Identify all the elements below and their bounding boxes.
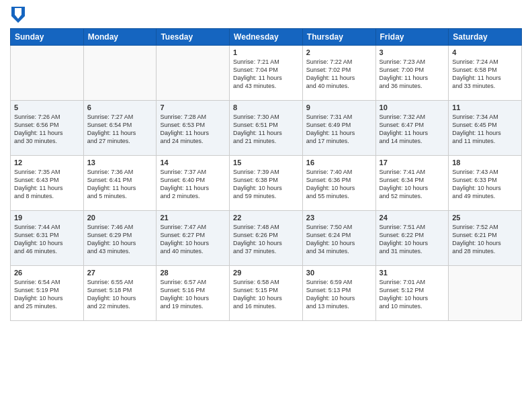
logo-icon [11,7,25,23]
calendar-week-3: 12Sunrise: 7:35 AM Sunset: 6:43 PM Dayli… [11,156,522,211]
day-number: 11 [452,103,518,111]
calendar-cell: 9Sunrise: 7:31 AM Sunset: 6:49 PM Daylig… [302,101,375,156]
day-number: 28 [160,269,226,277]
calendar-cell: 13Sunrise: 7:36 AM Sunset: 6:41 PM Dayli… [83,156,157,211]
day-info: Sunrise: 7:51 AM Sunset: 6:22 PM Dayligh… [380,223,445,256]
day-info: Sunrise: 7:35 AM Sunset: 6:43 PM Dayligh… [14,168,80,201]
calendar-cell: 11Sunrise: 7:34 AM Sunset: 6:45 PM Dayli… [449,101,522,156]
calendar-cell: 28Sunrise: 6:57 AM Sunset: 5:16 PM Dayli… [157,266,230,321]
calendar-cell: 21Sunrise: 7:47 AM Sunset: 6:27 PM Dayli… [157,211,230,266]
day-info: Sunrise: 6:54 AM Sunset: 5:19 PM Dayligh… [14,278,80,311]
day-info: Sunrise: 7:34 AM Sunset: 6:45 PM Dayligh… [452,113,518,146]
day-number: 22 [233,214,299,222]
calendar-cell: 6Sunrise: 7:27 AM Sunset: 6:54 PM Daylig… [83,101,157,156]
day-info: Sunrise: 7:50 AM Sunset: 6:24 PM Dayligh… [306,223,372,256]
day-number: 31 [380,269,445,277]
calendar-cell: 22Sunrise: 7:48 AM Sunset: 6:26 PM Dayli… [230,211,303,266]
day-number: 1 [233,48,299,56]
day-number: 12 [14,158,80,167]
calendar-cell: 23Sunrise: 7:50 AM Sunset: 6:24 PM Dayli… [302,211,375,266]
day-info: Sunrise: 7:24 AM Sunset: 6:58 PM Dayligh… [452,58,518,91]
day-number: 7 [160,103,226,111]
day-number: 14 [160,158,226,167]
day-info: Sunrise: 7:37 AM Sunset: 6:40 PM Dayligh… [160,168,226,201]
day-number: 20 [87,214,153,222]
calendar-cell [11,46,84,101]
day-number: 16 [306,158,372,167]
calendar-cell: 5Sunrise: 7:26 AM Sunset: 6:56 PM Daylig… [11,101,84,156]
day-info: Sunrise: 7:23 AM Sunset: 7:00 PM Dayligh… [380,58,445,91]
day-info: Sunrise: 7:26 AM Sunset: 6:56 PM Dayligh… [14,113,80,146]
day-number: 19 [14,214,80,222]
day-info: Sunrise: 7:32 AM Sunset: 6:47 PM Dayligh… [380,113,445,146]
day-number: 30 [306,269,372,277]
weekday-header-thursday: Thursday [302,29,375,46]
day-number: 27 [87,269,153,277]
day-info: Sunrise: 7:28 AM Sunset: 6:53 PM Dayligh… [160,113,226,146]
weekday-header-row: SundayMondayTuesdayWednesdayThursdayFrid… [11,29,522,46]
day-number: 5 [14,103,80,111]
calendar-table: SundayMondayTuesdayWednesdayThursdayFrid… [10,28,522,321]
day-number: 23 [306,214,372,222]
calendar-cell: 7Sunrise: 7:28 AM Sunset: 6:53 PM Daylig… [157,101,230,156]
day-info: Sunrise: 7:30 AM Sunset: 6:51 PM Dayligh… [233,113,299,146]
calendar-week-5: 26Sunrise: 6:54 AM Sunset: 5:19 PM Dayli… [11,266,522,321]
calendar-cell: 1Sunrise: 7:21 AM Sunset: 7:04 PM Daylig… [230,46,303,101]
day-number: 10 [380,103,445,111]
calendar-cell: 31Sunrise: 7:01 AM Sunset: 5:12 PM Dayli… [375,266,449,321]
weekday-header-friday: Friday [375,29,449,46]
day-info: Sunrise: 7:40 AM Sunset: 6:36 PM Dayligh… [306,168,372,201]
calendar-cell [449,266,522,321]
calendar-cell: 12Sunrise: 7:35 AM Sunset: 6:43 PM Dayli… [11,156,84,211]
day-number: 2 [306,48,372,56]
calendar-cell: 15Sunrise: 7:39 AM Sunset: 6:38 PM Dayli… [230,156,303,211]
calendar-cell: 27Sunrise: 6:55 AM Sunset: 5:18 PM Dayli… [83,266,157,321]
calendar-week-2: 5Sunrise: 7:26 AM Sunset: 6:56 PM Daylig… [11,101,522,156]
calendar-cell: 29Sunrise: 6:58 AM Sunset: 5:15 PM Dayli… [230,266,303,321]
day-info: Sunrise: 7:27 AM Sunset: 6:54 PM Dayligh… [87,113,153,146]
day-info: Sunrise: 6:58 AM Sunset: 5:15 PM Dayligh… [233,278,299,311]
day-info: Sunrise: 7:43 AM Sunset: 6:33 PM Dayligh… [452,168,518,201]
calendar-cell: 8Sunrise: 7:30 AM Sunset: 6:51 PM Daylig… [230,101,303,156]
calendar-cell: 16Sunrise: 7:40 AM Sunset: 6:36 PM Dayli… [302,156,375,211]
day-number: 25 [452,214,518,222]
weekday-header-sunday: Sunday [11,29,84,46]
day-number: 17 [380,158,445,167]
day-number: 6 [87,103,153,111]
day-number: 4 [452,48,518,56]
calendar-cell: 26Sunrise: 6:54 AM Sunset: 5:19 PM Dayli… [11,266,84,321]
calendar-week-4: 19Sunrise: 7:44 AM Sunset: 6:31 PM Dayli… [11,211,522,266]
weekday-header-saturday: Saturday [449,29,522,46]
day-info: Sunrise: 7:41 AM Sunset: 6:34 PM Dayligh… [380,168,445,201]
day-number: 18 [452,158,518,167]
weekday-header-monday: Monday [83,29,157,46]
logo [10,7,26,23]
day-info: Sunrise: 6:55 AM Sunset: 5:18 PM Dayligh… [87,278,153,311]
day-info: Sunrise: 6:57 AM Sunset: 5:16 PM Dayligh… [160,278,226,311]
calendar-cell: 14Sunrise: 7:37 AM Sunset: 6:40 PM Dayli… [157,156,230,211]
day-info: Sunrise: 6:59 AM Sunset: 5:13 PM Dayligh… [306,278,372,311]
calendar-cell: 2Sunrise: 7:22 AM Sunset: 7:02 PM Daylig… [302,46,375,101]
day-number: 9 [306,103,372,111]
day-info: Sunrise: 7:31 AM Sunset: 6:49 PM Dayligh… [306,113,372,146]
day-info: Sunrise: 7:44 AM Sunset: 6:31 PM Dayligh… [14,223,80,256]
day-info: Sunrise: 7:52 AM Sunset: 6:21 PM Dayligh… [452,223,518,256]
day-number: 13 [87,158,153,167]
day-number: 29 [233,269,299,277]
calendar-cell: 17Sunrise: 7:41 AM Sunset: 6:34 PM Dayli… [375,156,449,211]
calendar-cell: 19Sunrise: 7:44 AM Sunset: 6:31 PM Dayli… [11,211,84,266]
day-info: Sunrise: 7:48 AM Sunset: 6:26 PM Dayligh… [233,223,299,256]
day-info: Sunrise: 7:47 AM Sunset: 6:27 PM Dayligh… [160,223,226,256]
calendar-week-1: 1Sunrise: 7:21 AM Sunset: 7:04 PM Daylig… [11,46,522,101]
day-number: 26 [14,269,80,277]
day-number: 3 [380,48,445,56]
day-info: Sunrise: 7:01 AM Sunset: 5:12 PM Dayligh… [380,278,445,311]
calendar-cell: 4Sunrise: 7:24 AM Sunset: 6:58 PM Daylig… [449,46,522,101]
calendar-cell: 25Sunrise: 7:52 AM Sunset: 6:21 PM Dayli… [449,211,522,266]
calendar-cell: 10Sunrise: 7:32 AM Sunset: 6:47 PM Dayli… [375,101,449,156]
day-number: 8 [233,103,299,111]
calendar-cell [157,46,230,101]
day-info: Sunrise: 7:21 AM Sunset: 7:04 PM Dayligh… [233,58,299,91]
day-number: 21 [160,214,226,222]
weekday-header-wednesday: Wednesday [230,29,303,46]
